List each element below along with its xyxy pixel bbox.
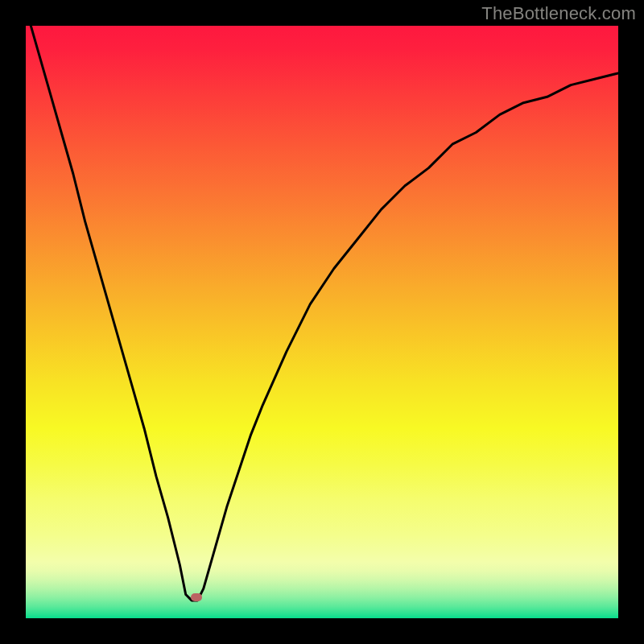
plot-svg <box>26 26 618 618</box>
watermark-label: TheBottleneck.com <box>481 3 636 24</box>
optimal-point-marker <box>191 593 202 601</box>
chart-frame: TheBottleneck.com <box>0 0 644 644</box>
plot-area <box>26 26 618 618</box>
